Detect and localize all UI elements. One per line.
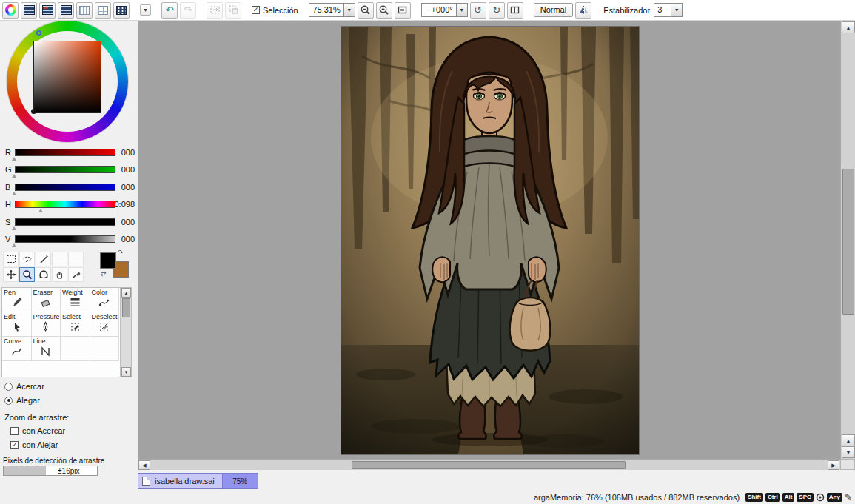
panel-layout-button-1[interactable] (21, 2, 37, 19)
tool-pressure[interactable]: Pressure (32, 312, 61, 337)
scroll-up-button[interactable]: ▲ (121, 288, 131, 298)
hue-marker[interactable] (36, 30, 41, 36)
rotate-cw-button[interactable]: ↻ (489, 2, 505, 19)
radio-alejar[interactable]: Alegar (4, 396, 40, 405)
tool-select[interactable]: Select (61, 312, 90, 337)
zoom-out-button[interactable] (358, 2, 374, 19)
checkbox-con-acercar[interactable]: con Acercar (10, 426, 65, 435)
tool-weight[interactable]: Weight (61, 288, 90, 312)
selection-crop-button[interactable] (207, 2, 223, 19)
slider-marker[interactable] (38, 209, 43, 212)
tool-grid-scrollbar[interactable]: ▲ ▼ (121, 287, 132, 377)
h-slider[interactable] (15, 201, 115, 208)
rect-select-tool[interactable] (3, 252, 19, 266)
checkbox[interactable] (10, 427, 19, 435)
lasso-tool[interactable] (19, 252, 35, 266)
selection-paste-button[interactable] (225, 2, 241, 19)
rotate-ccw-icon: ↺ (474, 5, 482, 15)
s-slider[interactable] (15, 218, 115, 226)
rotation-dropdown-arrow[interactable]: ▼ (456, 4, 467, 16)
b-slider[interactable] (15, 184, 115, 191)
scroll-up-button-2[interactable]: ▲ (842, 434, 855, 446)
undo-button[interactable]: ↶ (161, 2, 178, 19)
primary-color-swatch[interactable] (100, 252, 116, 269)
toolbar-overflow-button[interactable]: ▼ (140, 4, 151, 16)
tool-edit[interactable]: Edit (2, 312, 32, 337)
zoom-reset-button[interactable] (395, 2, 411, 19)
tool-eraser[interactable]: Eraser (32, 288, 61, 312)
scroll-right-button[interactable]: ▶ (828, 460, 839, 470)
horizontal-scroll-thumb[interactable] (352, 461, 626, 469)
tool-empty-cell[interactable] (90, 337, 120, 361)
zoom-tool[interactable] (19, 267, 35, 282)
scrollbar-corner (840, 459, 855, 470)
pixels-detection-slider[interactable]: ±16pix (3, 466, 98, 476)
scroll-thumb[interactable] (122, 298, 130, 317)
eyedropper-tool[interactable] (68, 267, 84, 282)
hand-tool[interactable] (52, 267, 67, 282)
redo-button[interactable]: ↷ (180, 2, 196, 19)
horizontal-scrollbar[interactable]: ◀ ▶ (138, 459, 840, 470)
flip-button[interactable] (575, 2, 591, 19)
tool-empty-cell[interactable] (61, 337, 90, 361)
rotate-canvas-tool[interactable] (36, 267, 51, 282)
zoom-in-button[interactable] (376, 2, 392, 19)
tool-color[interactable]: Color (90, 288, 120, 312)
rotate-ccw-button[interactable]: ↺ (470, 2, 486, 19)
pen-status-icon: ✎ (845, 492, 852, 503)
v-slider[interactable] (15, 235, 115, 243)
deselect-pen-icon (98, 321, 110, 332)
canvas-area[interactable] (138, 21, 840, 459)
rotate-reset-button[interactable] (507, 2, 523, 19)
grid-large-button[interactable] (95, 2, 111, 19)
vertical-scrollbar[interactable]: ▲ ▲ ▼ (840, 21, 855, 459)
grid-small-button[interactable] (76, 2, 93, 19)
radio-button-selected[interactable] (4, 397, 13, 405)
slider-marker[interactable] (12, 192, 16, 195)
blend-mode-button[interactable]: Normal (534, 3, 573, 17)
vertical-scroll-thumb[interactable] (842, 169, 854, 315)
scroll-down-button[interactable]: ▼ (121, 367, 131, 377)
tool-curve[interactable]: Curve (2, 337, 32, 361)
checkbox-checked[interactable] (10, 441, 19, 449)
scroll-down-button[interactable]: ▼ (842, 446, 855, 458)
seleccion-toggle[interactable]: Selección (252, 6, 298, 15)
empty-tool-slot[interactable] (68, 252, 84, 266)
scroll-left-button[interactable]: ◀ (138, 460, 150, 470)
color-wheel[interactable] (7, 21, 128, 142)
sv-marker[interactable] (31, 109, 36, 114)
color-wheel-toggle-button[interactable] (2, 2, 19, 19)
zoom-dropdown-arrow[interactable]: ▼ (343, 4, 355, 16)
slider-marker[interactable] (12, 174, 16, 178)
document-tab[interactable]: isabella draw.sai 75% (138, 473, 258, 489)
magic-wand-tool[interactable] (36, 252, 51, 266)
swap-colors-icon[interactable]: ⇄ (101, 270, 107, 278)
slider-marker[interactable] (12, 157, 16, 161)
g-slider[interactable] (15, 166, 115, 173)
panel-layout-button-2[interactable] (39, 2, 56, 19)
tool-pen[interactable]: Pen (2, 288, 32, 312)
radio-acercar[interactable]: Acercar (4, 382, 44, 391)
move-tool[interactable] (3, 267, 19, 282)
scroll-up-button[interactable]: ▲ (842, 21, 855, 33)
slider-value: 000 (121, 218, 135, 226)
canvas-artwork[interactable] (341, 27, 639, 454)
rotate-canvas-icon (38, 269, 50, 280)
r-slider[interactable] (15, 149, 115, 156)
saturation-value-square[interactable] (34, 41, 101, 112)
rotation-combo[interactable]: +000° ▼ (421, 3, 468, 17)
tool-deselect[interactable]: Deselect (90, 312, 120, 337)
zoom-combo[interactable]: 75.31% ▼ (309, 3, 355, 17)
slider-marker[interactable] (12, 226, 16, 230)
empty-tool-slot[interactable] (52, 252, 67, 266)
scatter-button[interactable] (113, 2, 130, 19)
radio-button[interactable] (4, 383, 13, 391)
checkbox-con-alejar[interactable]: con Alejar (10, 440, 58, 449)
seleccion-checkbox[interactable] (252, 6, 260, 14)
swatch-reset-icon[interactable]: ↷ (118, 249, 124, 256)
tool-line[interactable]: Line (32, 337, 61, 361)
stabilizer-combo[interactable]: 3 ▼ (654, 3, 683, 17)
stabilizer-dropdown-arrow[interactable]: ▼ (671, 4, 682, 16)
slider-marker[interactable] (12, 243, 16, 247)
panel-layout-button-3[interactable] (58, 2, 74, 19)
